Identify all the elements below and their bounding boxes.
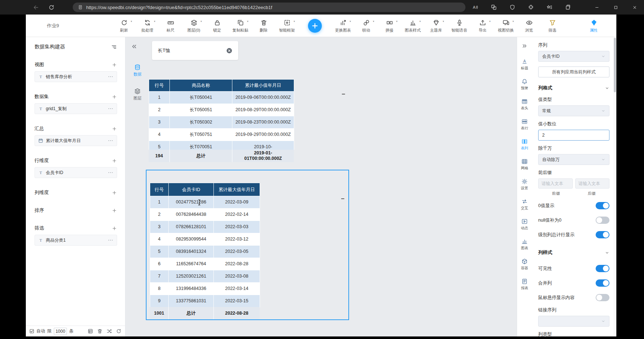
row-limit-input[interactable] xyxy=(54,328,67,335)
table-row[interactable]: 2 007628464438 2022-02-14 xyxy=(150,209,260,221)
field-item[interactable]: T grid1_复制 xyxy=(35,103,117,114)
maximize-button[interactable] xyxy=(606,0,625,15)
layers-button[interactable]: ▾ 图层(0) xyxy=(182,18,205,33)
section-column-format[interactable]: 列格式 xyxy=(538,85,609,91)
collections-icon[interactable] xyxy=(563,0,573,15)
scrollbar-thumb[interactable] xyxy=(614,38,616,92)
table-row[interactable]: 7 125203021261 2022-03-08 xyxy=(150,270,260,283)
collapse-panel-icon[interactable] xyxy=(111,44,117,50)
ruler-button[interactable]: 标尺 xyxy=(159,18,182,33)
tab-layers[interactable]: 图层 xyxy=(129,88,146,101)
address-bar[interactable] xyxy=(73,3,465,12)
table-row[interactable]: 6 116526674764 2022-08-28 xyxy=(150,258,260,270)
translate-icon[interactable] xyxy=(488,0,499,15)
shuffle-icon[interactable] xyxy=(107,328,112,334)
tab-data[interactable]: 数据 xyxy=(129,64,146,77)
value-type-select[interactable]: 常规 xyxy=(538,105,609,116)
suffix-input[interactable] xyxy=(575,178,610,189)
visibility-toggle[interactable] xyxy=(596,265,609,272)
rail-chart[interactable]: 图表 xyxy=(517,238,532,258)
linkage-button[interactable]: ▾ 联动 xyxy=(355,18,378,33)
table-component-members-selected[interactable]: 行号 会员卡ID 累计最大值年月日 1 002477521286 2022-03… xyxy=(146,170,349,320)
page-grid-icon[interactable] xyxy=(88,328,93,334)
rail-interaction[interactable]: 交互 xyxy=(517,198,532,218)
series-select[interactable]: 会员卡ID xyxy=(538,51,609,62)
add-icon[interactable] xyxy=(112,62,117,68)
url-input[interactable] xyxy=(86,5,460,10)
more-options-icon[interactable] xyxy=(108,138,113,144)
search-input[interactable] xyxy=(158,48,226,53)
browse-button[interactable]: 浏览 xyxy=(517,18,541,33)
swap-chart-button[interactable]: ▾ 更换图表 xyxy=(331,18,355,33)
minimize-button[interactable] xyxy=(587,0,606,15)
zero-value-display-toggle[interactable] xyxy=(596,202,609,209)
favorites-icon[interactable] xyxy=(544,0,555,15)
more-options-icon[interactable] xyxy=(108,74,113,80)
close-button[interactable] xyxy=(625,0,644,15)
prefix-input[interactable] xyxy=(538,178,573,189)
rail-grid[interactable]: 网格 xyxy=(517,158,532,178)
rail-container[interactable]: 容器 xyxy=(517,258,532,278)
rail-report[interactable]: 报表 xyxy=(517,278,532,298)
merge-column-toggle[interactable] xyxy=(596,279,609,287)
table-row[interactable]: 3 078266128101 2022-03-03 xyxy=(150,221,260,233)
collapse-component-icon[interactable] xyxy=(341,92,346,96)
table-row[interactable]: 4 长T050751 2019-09-29T00:00:00.000Z xyxy=(149,129,294,141)
level-total-row-display-toggle[interactable] xyxy=(596,231,609,238)
table-row[interactable]: 5 083916401324 2022-03-05 xyxy=(150,246,260,258)
smart-voice-button[interactable]: 智能语音 xyxy=(448,18,471,33)
add-icon[interactable] xyxy=(112,190,117,195)
properties-button[interactable]: 属性 xyxy=(582,18,605,33)
refresh-button[interactable]: ▾ 刷新 xyxy=(112,18,136,33)
export-button[interactable]: ▾ 导出 xyxy=(471,18,494,33)
table-row[interactable]: 1 长T050041 2019-09-06T00:00:00.000Z xyxy=(149,92,294,104)
table-row[interactable]: 3 长T050302 2019-08-23T00:00:00.000Z xyxy=(149,116,294,129)
table-row[interactable]: 4 082953099544 2022-03-12 xyxy=(150,233,260,246)
add-icon[interactable] xyxy=(112,226,117,231)
divide-select[interactable]: 自动除万 xyxy=(538,154,609,165)
view-switch-button[interactable]: ▾ 视图切换 xyxy=(494,18,517,33)
table-component-products[interactable]: 行号 商品名称 累计最小值年月日 1 长T050041 2019-09-06T0… xyxy=(149,74,349,162)
filter-button[interactable]: 筛选 xyxy=(541,18,564,33)
splice-button[interactable]: ▾ 拼接 xyxy=(378,18,401,33)
rail-title[interactable]: A 标题 xyxy=(517,58,532,78)
theme-library-button[interactable]: ▾ 主题库 xyxy=(424,18,448,33)
collapse-sidebar-icon[interactable] xyxy=(131,43,138,50)
table-row[interactable]: 2 长T050051 2019-08-29T00:00:00.000Z xyxy=(149,104,294,116)
auto-checkbox[interactable] xyxy=(29,329,34,334)
rail-settings[interactable]: 设置 xyxy=(517,178,532,198)
rail-table-column[interactable]: 表列 xyxy=(517,138,532,158)
rail-dynamic[interactable]: 动态 xyxy=(517,218,532,238)
add-component-button[interactable] xyxy=(308,19,322,33)
batch-button[interactable]: ▾ 批处理 xyxy=(136,18,159,33)
more-options-icon[interactable] xyxy=(108,170,113,175)
rail-table-row[interactable]: 表行 xyxy=(517,118,532,138)
link-series-select[interactable] xyxy=(538,316,609,327)
apply-all-columns-button[interactable]: 所有列应用当前列样式 xyxy=(538,66,609,77)
clear-search-icon[interactable] xyxy=(226,48,232,54)
hover-display-toggle[interactable] xyxy=(596,294,609,301)
more-options-icon[interactable] xyxy=(108,237,113,243)
field-item[interactable]: T 销售库存分析 xyxy=(35,71,117,82)
null-fill-zero-toggle[interactable] xyxy=(596,217,609,224)
read-aloud-icon[interactable]: A xyxy=(470,0,481,15)
extensions-icon[interactable] xyxy=(525,0,536,15)
reload-button[interactable] xyxy=(45,1,57,13)
more-options-icon[interactable] xyxy=(108,106,113,112)
design-canvas[interactable]: 数据 图层 行号 商品名称 累计最小值年月日 xyxy=(125,37,517,336)
add-icon[interactable] xyxy=(112,126,117,132)
rail-alert[interactable]: 预警 xyxy=(517,78,532,98)
back-button[interactable] xyxy=(30,1,42,13)
table-row[interactable]: 9 133775861031 2022-03-15 xyxy=(150,295,260,307)
collapse-component-icon[interactable] xyxy=(340,197,345,201)
table-row[interactable]: 8 131996484336 2022-03-14 xyxy=(150,283,260,295)
delete-button[interactable]: 删除 xyxy=(252,18,275,33)
smart-frame-button[interactable]: ▾ 智能框架 xyxy=(275,18,299,33)
section-column-style[interactable]: 列样式 xyxy=(538,249,609,256)
copy-paste-button[interactable]: ▾ 复制粘贴 xyxy=(229,18,252,33)
field-item[interactable]: T 会员卡ID xyxy=(35,167,117,178)
refresh-icon[interactable] xyxy=(116,328,121,334)
lock-button[interactable]: 锁定 xyxy=(205,18,229,33)
chart-style-button[interactable]: ▾ 图表样式 xyxy=(401,18,424,33)
scrollbar-track[interactable] xyxy=(613,37,616,336)
